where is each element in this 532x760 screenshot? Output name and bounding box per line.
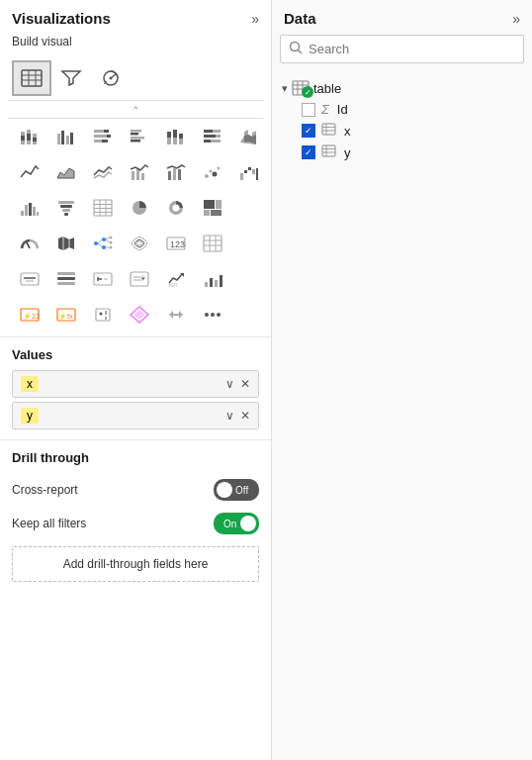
- slicer-icon[interactable]: [48, 263, 84, 295]
- svg-rect-137: [322, 145, 335, 156]
- x-chip-actions: ∨ ✕: [225, 377, 250, 391]
- y-value-chip[interactable]: y ∨ ✕: [12, 402, 259, 429]
- pie-chart-icon[interactable]: [122, 192, 157, 224]
- svg-line-127: [299, 50, 303, 54]
- x-value-chip[interactable]: x ∨ ✕: [12, 370, 259, 398]
- tree-root-chevron: ▾: [282, 82, 288, 95]
- funnel-icon[interactable]: [48, 192, 84, 224]
- line-clustered-icon[interactable]: [85, 156, 121, 188]
- svg-rect-12: [27, 134, 31, 141]
- mini-bar-icon[interactable]: [195, 263, 230, 295]
- id-checkbox[interactable]: [302, 103, 315, 117]
- search-input[interactable]: [309, 42, 515, 56]
- keep-filters-toggle[interactable]: On: [214, 513, 259, 534]
- svg-point-83: [110, 246, 113, 249]
- svg-rect-42: [132, 171, 134, 180]
- svg-rect-36: [204, 130, 213, 133]
- svg-text:⚡23: ⚡23: [23, 312, 40, 321]
- smart-narrative-icon[interactable]: [122, 263, 157, 295]
- id-label: Id: [337, 102, 348, 117]
- lightning-fx-icon[interactable]: ⚡fx: [48, 299, 84, 331]
- data-panel-title: Data: [284, 10, 316, 27]
- svg-rect-25: [131, 130, 141, 133]
- x-chip-text: x: [21, 376, 39, 392]
- diamond-icon[interactable]: [122, 299, 157, 331]
- svg-rect-92: [204, 236, 222, 251]
- bar-line2-icon[interactable]: [158, 156, 194, 188]
- analytics-viz-icon[interactable]: [91, 60, 131, 96]
- svg-rect-47: [178, 169, 181, 180]
- donut-icon[interactable]: [158, 192, 194, 224]
- selected-viz-row: [8, 58, 263, 101]
- svg-point-51: [218, 167, 221, 170]
- table-viz-selected[interactable]: [12, 60, 51, 96]
- svg-point-49: [210, 170, 213, 173]
- scatter-icon[interactable]: [195, 156, 230, 188]
- bar-line-icon[interactable]: [122, 156, 157, 188]
- svg-rect-110: [205, 282, 208, 287]
- filled-map-icon[interactable]: [48, 228, 84, 259]
- card-icon[interactable]: [12, 263, 47, 295]
- svg-rect-76: [211, 210, 222, 216]
- toggle-on-circle: [240, 516, 256, 531]
- search-box[interactable]: [280, 35, 524, 63]
- text-box-icon[interactable]: [85, 263, 121, 295]
- expand-right-icon[interactable]: »: [512, 11, 520, 27]
- clustered-bar-h-icon[interactable]: [122, 121, 157, 152]
- svg-point-78: [94, 241, 98, 245]
- stacked-bar-icon[interactable]: [12, 121, 47, 152]
- svg-rect-64: [62, 209, 70, 212]
- svg-rect-58: [25, 205, 28, 216]
- collapse-row[interactable]: ⌃: [8, 103, 263, 119]
- kpi-icon[interactable]: KPI: [158, 263, 194, 295]
- matrix-icon[interactable]: [85, 192, 121, 224]
- cross-report-row: Cross-report Off: [12, 473, 259, 507]
- lightning23-icon[interactable]: ⚡23: [12, 299, 47, 331]
- ribbon-chart-icon[interactable]: [231, 121, 267, 152]
- svg-rect-59: [29, 203, 32, 216]
- svg-rect-28: [131, 140, 140, 142]
- stacked-bar-h-icon[interactable]: [85, 121, 121, 152]
- table2-icon[interactable]: [195, 228, 230, 259]
- x-checkbox[interactable]: [302, 124, 315, 138]
- add-drill-button[interactable]: Add drill-through fields here: [12, 546, 259, 582]
- arrows-icon[interactable]: [158, 299, 194, 331]
- svg-rect-30: [167, 132, 171, 138]
- x-close-icon[interactable]: ✕: [240, 377, 250, 391]
- toggle-off-text: Off: [235, 485, 248, 496]
- svg-rect-26: [131, 133, 138, 136]
- line-chart-icon[interactable]: [12, 156, 47, 188]
- decomp-tree-icon[interactable]: [85, 228, 121, 259]
- contour-icon[interactable]: [122, 228, 157, 259]
- gauge-icon[interactable]: [12, 228, 47, 259]
- x-label: x: [344, 124, 351, 139]
- svg-rect-61: [37, 212, 39, 216]
- treemap-icon[interactable]: [195, 192, 230, 224]
- data-panel: Data » ▾ ✓ table: [272, 0, 532, 760]
- viz-grid-row5: KPI: [8, 261, 263, 297]
- y-label: y: [344, 145, 351, 160]
- svg-rect-15: [57, 134, 60, 144]
- svg-rect-38: [204, 135, 216, 138]
- map-pin-icon[interactable]: [85, 299, 121, 331]
- viz-grid-row3: [8, 190, 263, 226]
- cross-report-toggle[interactable]: Off: [214, 479, 259, 501]
- y-close-icon[interactable]: ✕: [240, 409, 250, 423]
- x-chevron-icon[interactable]: ∨: [225, 377, 234, 391]
- area-chart-icon[interactable]: [48, 156, 84, 188]
- number-card-icon[interactable]: 123: [158, 228, 194, 259]
- svg-marker-122: [169, 311, 183, 319]
- 100-bar-icon[interactable]: [158, 121, 194, 152]
- y-checkbox[interactable]: [302, 145, 315, 159]
- filter-viz-icon[interactable]: [51, 60, 91, 96]
- y-chevron-icon[interactable]: ∨: [225, 409, 234, 423]
- 100-bar-h-icon[interactable]: [195, 121, 230, 152]
- clustered-bar-icon[interactable]: [48, 121, 84, 152]
- visualizations-panel: Visualizations » Build visual: [0, 0, 272, 760]
- tree-root-table[interactable]: ▾ ✓ table: [280, 77, 524, 99]
- svg-rect-65: [64, 213, 68, 216]
- expand-left-icon[interactable]: »: [251, 11, 259, 27]
- histogram-icon[interactable]: [12, 192, 47, 224]
- more-visuals-icon[interactable]: [195, 299, 230, 331]
- waterfall-icon[interactable]: [231, 156, 267, 188]
